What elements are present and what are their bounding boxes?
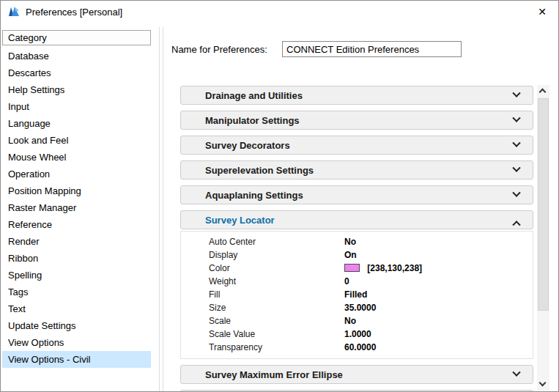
color-swatch[interactable] [344, 264, 360, 272]
sidebar-item-database[interactable]: Database [2, 48, 151, 64]
chevron-down-icon [512, 369, 520, 377]
scroll-down-button[interactable] [537, 378, 549, 391]
property-name: Size [209, 303, 344, 313]
section-manipulator-settings[interactable]: Manipulator Settings [180, 111, 533, 130]
window-title: Preferences [Personal] [26, 7, 122, 18]
section-superelevation-settings[interactable]: Superelevation Settings [180, 160, 533, 180]
section-aquaplaning-settings[interactable]: Aquaplaning Settings [180, 185, 533, 204]
sidebar-item-position-mapping[interactable]: Position Mapping [2, 182, 151, 199]
close-icon[interactable]: ✕ [526, 1, 558, 23]
property-row-scale: Scale No [181, 314, 533, 328]
sidebar-item-help-settings[interactable]: Help Settings [2, 81, 151, 98]
chevron-up-icon [512, 221, 520, 229]
property-value[interactable]: 35.0000 [344, 303, 376, 313]
survey-locator-panel: Auto Center No Display On Color [238,130… [180, 231, 533, 359]
section-survey-maximum-error-ellipse[interactable]: Survey Maximum Error Ellipse [180, 365, 533, 384]
section-survey-locator[interactable]: Survey Locator [180, 210, 533, 229]
sidebar-item-tags[interactable]: Tags [2, 284, 151, 300]
chevron-down-icon [512, 139, 520, 147]
name-for-preferences-label: Name for Preferences: [171, 44, 267, 55]
section-label: Survey Locator [205, 215, 275, 226]
category-sidebar: Category Database Descartes Help Setting… [2, 30, 151, 391]
chevron-down-icon [512, 114, 520, 122]
vertical-scrollbar[interactable] [537, 85, 549, 391]
property-name: Scale [209, 316, 344, 326]
settings-accordion: Drainage and Utilities Manipulator Setti… [180, 86, 533, 392]
property-name: Fill [209, 289, 344, 300]
sidebar-splitter[interactable] [159, 27, 163, 391]
section-label: Aquaplaning Settings [205, 190, 303, 201]
category-list: Database Descartes Help Settings Input L… [2, 48, 151, 368]
sidebar-item-update-settings[interactable]: Update Settings [2, 317, 151, 334]
color-picker[interactable]: [238,130,238] [344, 263, 422, 273]
property-value[interactable]: 60.0000 [344, 342, 376, 352]
sidebar-item-look-and-feel[interactable]: Look and Feel [2, 132, 151, 149]
section-label: Superelevation Settings [205, 165, 314, 176]
property-row-fill: Fill Filled [181, 288, 533, 301]
property-row-transparency: Transparency 60.0000 [181, 341, 533, 354]
sidebar-item-descartes[interactable]: Descartes [2, 64, 151, 81]
app-icon [7, 5, 21, 18]
section-label: Survey Decorators [205, 140, 290, 151]
sidebar-item-text[interactable]: Text [2, 300, 151, 317]
title-bar: Preferences [Personal] ✕ [1, 1, 558, 23]
property-value[interactable]: No [344, 316, 356, 326]
sidebar-item-input[interactable]: Input [2, 98, 151, 115]
sidebar-item-view-options-civil[interactable]: View Options - Civil [2, 351, 151, 368]
sidebar-item-language[interactable]: Language [2, 115, 151, 132]
property-value[interactable]: On [344, 250, 357, 260]
chevron-up-icon [539, 89, 547, 96]
property-row-scale-value: Scale Value 1.0000 [181, 328, 533, 341]
property-name: Scale Value [209, 329, 344, 339]
sidebar-item-view-options[interactable]: View Options [2, 334, 151, 351]
property-row-size: Size 35.0000 [181, 301, 533, 314]
property-name: Weight [209, 276, 344, 286]
property-row-auto-center: Auto Center No [181, 235, 533, 248]
property-row-weight: Weight 0 [181, 275, 533, 288]
scroll-up-button[interactable] [537, 85, 549, 97]
preferences-name-input[interactable] [282, 41, 462, 57]
section-label: Survey Maximum Error Ellipse [205, 369, 343, 380]
section-survey-decorators[interactable]: Survey Decorators [180, 136, 533, 155]
sidebar-item-operation[interactable]: Operation [2, 166, 151, 182]
property-name: Display [209, 250, 344, 260]
sidebar-item-ribbon[interactable]: Ribbon [2, 250, 151, 267]
sidebar-item-raster-manager[interactable]: Raster Manager [2, 199, 151, 216]
property-name: Transparency [209, 342, 344, 352]
property-row-display: Display On [181, 248, 533, 262]
chevron-down-icon [512, 189, 520, 197]
category-header: Category [2, 30, 151, 45]
preferences-dialog: Preferences [Personal] ✕ Category Databa… [0, 0, 559, 392]
section-label: Manipulator Settings [205, 115, 300, 126]
property-value[interactable]: 1.0000 [344, 329, 371, 339]
chevron-down-icon [512, 164, 520, 172]
property-name: Color [209, 263, 344, 273]
property-value[interactable]: Filled [344, 289, 367, 300]
sidebar-item-render[interactable]: Render [2, 233, 151, 250]
section-label: Drainage and Utilities [205, 90, 303, 101]
property-name: Auto Center [209, 237, 344, 247]
property-value[interactable]: No [344, 237, 356, 247]
section-drainage-and-utilities[interactable]: Drainage and Utilities [180, 86, 533, 105]
sidebar-item-reference[interactable]: Reference [2, 216, 151, 233]
chevron-down-icon [539, 380, 547, 387]
property-value[interactable]: 0 [344, 276, 349, 286]
sidebar-item-spelling[interactable]: Spelling [2, 267, 151, 284]
chevron-down-icon [512, 89, 520, 97]
sidebar-item-mouse-wheel[interactable]: Mouse Wheel [2, 149, 151, 166]
scrollbar-thumb[interactable] [538, 98, 549, 311]
property-value: [238,130,238] [367, 263, 422, 273]
property-row-color: Color [238,130,238] [181, 262, 533, 275]
